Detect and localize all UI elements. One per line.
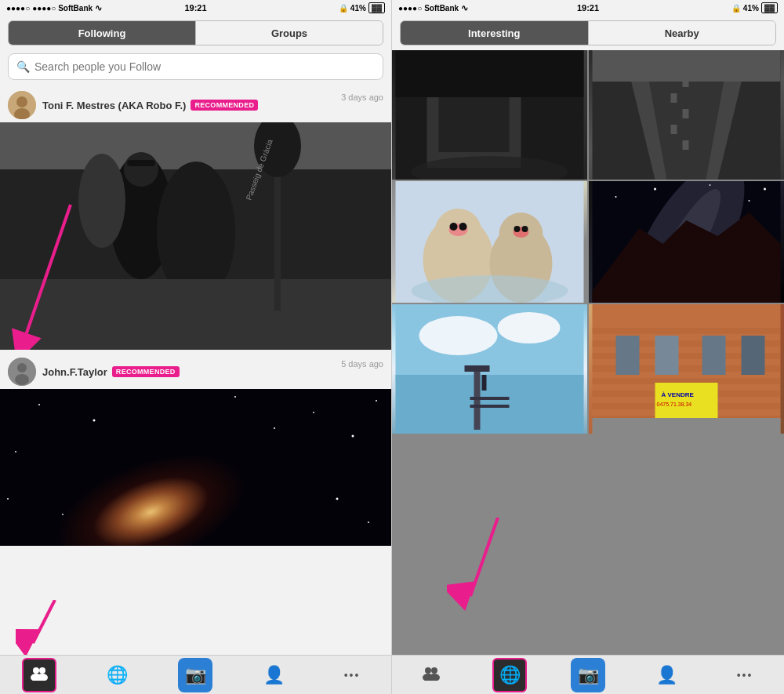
more-icon: ••• bbox=[344, 669, 361, 681]
tab-profile-btn[interactable]: 👤 bbox=[256, 658, 291, 692]
r-tab-camera-btn[interactable]: 📷 bbox=[571, 658, 605, 692]
carrier-name: ●●●●○ SoftBank bbox=[32, 4, 93, 13]
r-more-icon: ••• bbox=[737, 669, 753, 681]
svg-point-25 bbox=[352, 435, 354, 438]
svg-rect-100 bbox=[593, 418, 781, 434]
svg-point-63 bbox=[514, 226, 521, 232]
user-info-2: John.F.Taylor RECOMMENDED bbox=[42, 366, 335, 378]
grid-photo-2[interactable] bbox=[589, 50, 784, 180]
tab-following-btn[interactable] bbox=[22, 658, 56, 692]
svg-point-9 bbox=[124, 152, 158, 187]
svg-point-35 bbox=[39, 667, 45, 674]
svg-rect-83 bbox=[470, 405, 510, 408]
tab-interesting[interactable]: Interesting bbox=[401, 21, 588, 45]
svg-point-17 bbox=[17, 363, 27, 372]
grid-photo-1[interactable] bbox=[392, 50, 587, 180]
left-status-bar: ●●●●○ ●●●●○ SoftBank ∿ 19:21 🔒 41% ▓▓ bbox=[0, 0, 391, 16]
r-camera-icon: 📷 bbox=[578, 665, 599, 685]
r-tab-profile-btn[interactable]: 👤 bbox=[649, 658, 684, 692]
search-input[interactable] bbox=[34, 60, 375, 73]
user-name-row: Toni F. Mestres (AKA Robo F.) RECOMMENDE… bbox=[42, 100, 335, 111]
svg-text:À VENDRE: À VENDRE bbox=[662, 391, 695, 398]
svg-point-77 bbox=[419, 316, 498, 355]
svg-point-64 bbox=[522, 226, 528, 232]
search-bar[interactable]: 🔍 bbox=[8, 53, 383, 80]
svg-point-73 bbox=[749, 200, 750, 202]
svg-rect-51 bbox=[671, 125, 677, 134]
grid-photo-5[interactable] bbox=[392, 304, 587, 434]
svg-point-18 bbox=[15, 374, 29, 385]
svg-point-32 bbox=[368, 521, 369, 523]
svg-point-21 bbox=[38, 404, 40, 405]
photo-grid-container: À VENDRE 0475.71.38.34 bbox=[392, 50, 784, 655]
tab-nearby[interactable]: Nearby bbox=[589, 21, 776, 45]
svg-rect-81 bbox=[482, 375, 487, 391]
right-segment-control: Interesting Nearby bbox=[400, 20, 776, 45]
tab-camera-btn[interactable]: 📷 bbox=[178, 658, 212, 692]
person-icon: 👤 bbox=[263, 665, 285, 685]
left-carrier: ●●●●○ ●●●●○ SoftBank ∿ bbox=[6, 3, 102, 13]
left-tab-bar: 🌐 📷 👤 ••• bbox=[0, 655, 391, 694]
svg-text:0475.71.38.34: 0475.71.38.34 bbox=[657, 402, 692, 407]
svg-point-62 bbox=[459, 223, 467, 231]
svg-point-24 bbox=[313, 412, 314, 413]
svg-rect-85 bbox=[593, 328, 781, 334]
user-row-2: John.F.Taylor RECOMMENDED 5 days ago bbox=[0, 351, 391, 389]
r-battery-icon: ▓▓ bbox=[761, 2, 778, 13]
avatar-toni bbox=[8, 91, 36, 119]
user-name-row-2: John.F.Taylor RECOMMENDED bbox=[42, 366, 335, 378]
r-tab-more-btn[interactable]: ••• bbox=[728, 658, 762, 692]
svg-point-23 bbox=[234, 396, 236, 398]
grid-photo-3[interactable] bbox=[392, 181, 587, 303]
svg-rect-50 bbox=[683, 109, 689, 118]
tab-groups[interactable]: Groups bbox=[196, 21, 383, 45]
svg-line-15 bbox=[24, 205, 71, 342]
post-photo-street[interactable]: Passeig de Gràcia bbox=[0, 122, 391, 350]
grid-photo-4[interactable] bbox=[589, 181, 784, 303]
globe-icon: 🌐 bbox=[107, 665, 128, 685]
recommended-badge-2: RECOMMENDED bbox=[112, 366, 180, 377]
feed: Toni F. Mestres (AKA Robo F.) RECOMMENDE… bbox=[0, 85, 391, 655]
svg-rect-95 bbox=[702, 336, 726, 375]
svg-rect-49 bbox=[671, 93, 677, 103]
r-carrier-name: SoftBank bbox=[424, 4, 459, 13]
svg-rect-10 bbox=[127, 160, 155, 166]
recommended-badge: RECOMMENDED bbox=[191, 100, 258, 111]
svg-point-103 bbox=[431, 667, 437, 674]
left-segment-control: Following Groups bbox=[8, 20, 383, 45]
wifi-icon: ∿ bbox=[95, 3, 102, 13]
post-time: 3 days ago bbox=[341, 91, 383, 102]
svg-rect-52 bbox=[683, 140, 689, 150]
battery-pct: 41% bbox=[350, 4, 366, 13]
svg-point-61 bbox=[450, 223, 458, 231]
svg-point-22 bbox=[93, 420, 96, 422]
right-carrier: ●●●●○ SoftBank ∿ bbox=[398, 3, 468, 13]
svg-point-31 bbox=[7, 498, 9, 500]
lock-icon: 🔒 bbox=[339, 4, 348, 13]
r-tab-following-btn[interactable] bbox=[414, 658, 448, 692]
svg-point-102 bbox=[425, 667, 431, 674]
left-battery: 🔒 41% ▓▓ bbox=[339, 2, 385, 13]
r-person-icon: 👤 bbox=[656, 665, 677, 685]
svg-point-29 bbox=[62, 514, 64, 515]
svg-rect-40 bbox=[439, 97, 510, 152]
right-time: 19:21 bbox=[577, 3, 599, 13]
tab-more-btn[interactable]: ••• bbox=[335, 658, 369, 692]
r-tab-explore-btn[interactable]: 🌐 bbox=[492, 658, 527, 692]
post-photo-galaxy[interactable] bbox=[0, 389, 391, 546]
r-globe-icon: 🌐 bbox=[499, 665, 521, 685]
svg-point-70 bbox=[615, 196, 617, 198]
right-panel: ●●●●○ SoftBank ∿ 19:21 🔒 41% ▓▓ Interest… bbox=[392, 0, 784, 694]
tab-following[interactable]: Following bbox=[9, 21, 195, 45]
svg-rect-82 bbox=[470, 397, 510, 400]
r-wifi-icon: ∿ bbox=[461, 3, 468, 13]
r-battery-pct: 41% bbox=[743, 4, 759, 13]
svg-point-1 bbox=[16, 96, 27, 107]
tab-explore-btn[interactable]: 🌐 bbox=[100, 658, 135, 692]
svg-point-26 bbox=[376, 400, 377, 402]
grid-photo-6[interactable]: À VENDRE 0475.71.38.34 bbox=[589, 304, 784, 434]
r-signal-dots: ●●●●○ bbox=[398, 4, 422, 13]
r-lock-icon: 🔒 bbox=[731, 4, 741, 13]
search-icon: 🔍 bbox=[16, 60, 30, 73]
avatar-john bbox=[8, 358, 36, 386]
